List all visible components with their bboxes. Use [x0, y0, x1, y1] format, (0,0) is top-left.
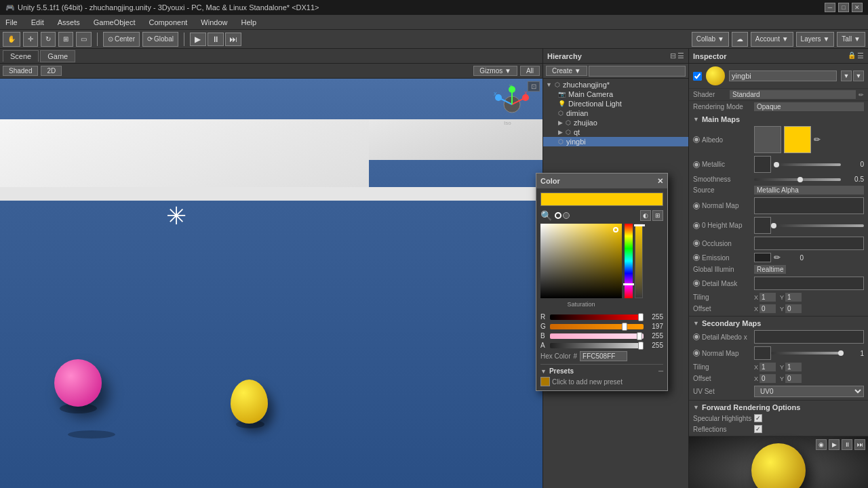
green-handle[interactable] [622, 323, 627, 331]
offset-x-value[interactable]: 0 [760, 304, 776, 313]
hierarchy-item-main-camera[interactable]: 📷 Main Camera [543, 89, 688, 99]
menu-file[interactable]: File [3, 17, 20, 28]
uv-set-dropdown[interactable]: UV0 [754, 386, 864, 397]
object-active-checkbox[interactable] [693, 72, 702, 81]
menu-window[interactable]: Window [198, 17, 230, 28]
close-button[interactable]: ✕ [852, 3, 863, 12]
picker-mode-1[interactable] [555, 212, 561, 219]
alpha-slider[interactable] [550, 343, 644, 348]
layer-button[interactable]: ▼ [853, 70, 864, 81]
emission-color-swatch[interactable] [754, 253, 771, 262]
inspector-menu[interactable]: ☰ [857, 52, 864, 60]
tool-rotate[interactable]: ↻ [41, 32, 56, 47]
pause-button[interactable]: ⏸ [208, 33, 224, 46]
hierarchy-root[interactable]: ▼ ⬡ zhuchangjing* [543, 80, 688, 89]
menu-edit[interactable]: Edit [28, 17, 47, 28]
color-dialog-close-button[interactable]: ✕ [657, 177, 663, 186]
services-button[interactable]: ☁ [732, 32, 748, 47]
scene-viewport[interactable]: ✳ X X Y Iso ⊡ [0, 79, 542, 488]
offset-y-value[interactable]: 0 [785, 304, 802, 313]
blue-handle[interactable] [637, 332, 642, 340]
space-global[interactable]: ⟳ Global [142, 32, 178, 47]
red-handle[interactable] [638, 313, 644, 321]
hierarchy-lock[interactable]: ⊟ [670, 52, 676, 60]
tiling-y-value[interactable]: 1 [785, 293, 802, 302]
saturation-brightness-box[interactable] [540, 224, 622, 298]
pivot-center[interactable]: ⊙ Center [103, 32, 140, 47]
view-2d-button[interactable]: 2D [41, 66, 62, 76]
offset2-y-value[interactable]: 0 [785, 374, 802, 383]
preview-tool-4[interactable]: ⏭ [854, 439, 865, 450]
menu-help[interactable]: Help [238, 17, 259, 28]
forward-rendering-header[interactable]: ▼ Forward Rendering Options [689, 402, 868, 413]
account-button[interactable]: Account ▼ [751, 32, 793, 47]
metallic-num[interactable]: 0 [844, 161, 864, 168]
menu-assets[interactable]: Assets [55, 17, 83, 28]
tool-hand[interactable]: ✋ [3, 32, 20, 47]
hex-color-input[interactable] [580, 351, 627, 361]
all-button[interactable]: All [520, 66, 540, 76]
normal-map2-handle[interactable] [838, 350, 844, 356]
layers-button[interactable]: Layers ▼ [796, 32, 835, 47]
menu-component[interactable]: Component [146, 17, 190, 28]
hierarchy-create-button[interactable]: Create ▼ [546, 66, 587, 76]
shader-edit-button[interactable]: ✏ [859, 92, 864, 98]
collab-button[interactable]: Collab ▼ [692, 32, 729, 47]
play-button[interactable]: ▶ [190, 33, 206, 46]
preview-tool-2[interactable]: ▶ [829, 439, 840, 450]
albedo-edit-icon[interactable]: ✏ [814, 135, 821, 144]
smoothness-num[interactable]: 0.5 [844, 176, 864, 183]
albedo-color-swatch[interactable] [784, 126, 811, 153]
hierarchy-search-box[interactable] [589, 66, 686, 77]
secondary-maps-header[interactable]: ▼ Secondary Maps [689, 318, 868, 329]
presets-collapse-btn[interactable]: ─ [658, 367, 663, 375]
detail-albedo-slot[interactable] [754, 330, 864, 344]
tiling2-x-value[interactable]: 1 [760, 363, 776, 371]
tab-scene[interactable]: Scene [3, 50, 39, 62]
offset2-x-value[interactable]: 0 [760, 374, 776, 383]
detail-mask-slot[interactable] [754, 277, 864, 290]
inspector-lock[interactable]: 🔒 [848, 52, 856, 60]
tool-scale[interactable]: ⊞ [58, 32, 73, 47]
maximize-button[interactable]: □ [838, 3, 849, 12]
occlusion-slot[interactable] [754, 237, 864, 250]
shader-value[interactable]: Standard [730, 90, 856, 99]
layout-button[interactable]: Tall ▼ [837, 32, 865, 47]
emission-edit-icon[interactable]: ✏ [774, 253, 781, 262]
height-map-slot[interactable] [754, 217, 771, 234]
red-slider[interactable] [550, 314, 644, 320]
menu-gameobject[interactable]: GameObject [91, 17, 138, 28]
height-map-slider[interactable] [771, 224, 864, 227]
metallic-slider[interactable] [774, 163, 841, 166]
metallic-texture-slot[interactable] [754, 156, 771, 173]
tiling2-y-value[interactable]: 1 [785, 363, 802, 371]
eyedropper-button[interactable]: 🔍 [540, 210, 552, 221]
shaded-button[interactable]: Shaded [3, 66, 38, 76]
height-map-handle[interactable] [771, 223, 776, 228]
smoothness-slider[interactable] [754, 178, 841, 181]
normal-map-slot[interactable] [754, 197, 864, 214]
color-dialog-title[interactable]: Color ✕ [536, 174, 667, 188]
preview-tool-1[interactable]: ◉ [816, 439, 827, 450]
tag-button[interactable]: ▼ [841, 70, 852, 81]
normal-map2-slot[interactable] [754, 346, 771, 360]
hierarchy-item-yingbi[interactable]: ⬡ yingbi [543, 137, 688, 146]
hierarchy-item-qt[interactable]: ▶ ⬡ qt [543, 127, 688, 137]
add-preset-button[interactable]: Click to add new preset [540, 377, 623, 386]
hierarchy-menu[interactable]: ☰ [677, 52, 684, 60]
alpha-strip[interactable] [635, 224, 643, 298]
normal-map2-slider[interactable] [771, 352, 844, 354]
hierarchy-item-dimian[interactable]: ⬡ dimian [543, 108, 688, 118]
step-button[interactable]: ⏭ [225, 33, 241, 46]
hierarchy-item-directional-light[interactable]: 💡 Directional Light [543, 99, 688, 108]
tab-game[interactable]: Game [40, 50, 75, 62]
hue-strip[interactable] [625, 224, 633, 298]
blue-slider[interactable] [550, 333, 644, 339]
reflections-checkbox[interactable]: ✓ [754, 425, 762, 433]
object-name-input[interactable] [729, 70, 837, 81]
picker-mode-2[interactable] [563, 212, 570, 219]
metallic-slider-handle[interactable] [774, 162, 779, 167]
presets-header[interactable]: ▼ Presets ─ [540, 367, 663, 375]
tool-rect[interactable]: ▭ [76, 32, 92, 47]
picker-btn-2[interactable]: ⊞ [652, 210, 663, 221]
